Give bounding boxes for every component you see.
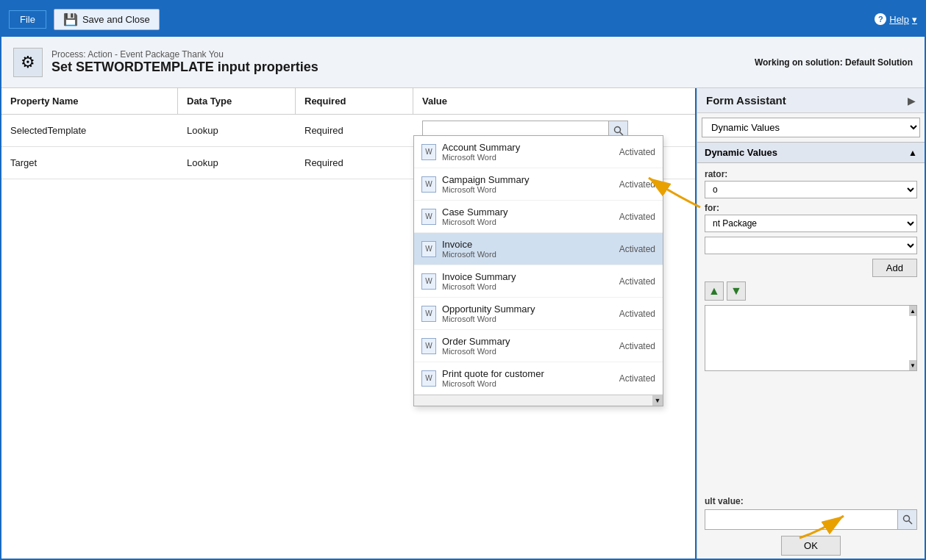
right-panel: Form Assistant ▶ Dynamic Values Dynamic … <box>697 88 925 560</box>
dropdown-item-3[interactable]: W Invoice Microsoft Word Activated <box>414 233 663 265</box>
operator-label: rator: <box>705 169 917 179</box>
default-lookup-button[interactable] <box>897 510 916 529</box>
header-text: Process: Action - Event Package Thank Yo… <box>51 49 318 75</box>
dropdown-item-5[interactable]: W Opportunity Summary Microsoft Word Act… <box>414 298 663 330</box>
save-close-button[interactable]: 💾 Save and Close <box>54 9 160 30</box>
td-datatype-1: Lookup <box>178 147 296 179</box>
dropdown-item-text-3: Invoice Microsoft Word <box>442 239 613 259</box>
dropdown-item-text-4: Invoice Summary Microsoft Word <box>442 271 613 291</box>
panel-list-box: ▲ ▼ <box>705 305 917 371</box>
ok-btn-row: OK <box>705 536 917 556</box>
td-datatype-0: Lookup <box>178 115 296 146</box>
table-row: SelectedTemplate Lookup Required <box>1 115 695 147</box>
header-area: ⚙ Process: Action - Event Package Thank … <box>1 37 925 88</box>
help-label: Help <box>889 14 909 25</box>
dropdown-list: W Account Summary Microsoft Word Activat… <box>413 135 663 406</box>
search-icon <box>613 126 624 136</box>
arrow-buttons: ▲ ▼ <box>705 281 917 301</box>
page-title: Set SETWORDTEMPLATE input properties <box>51 60 318 75</box>
dropdown-item-text-7: Print quote for customer Microsoft Word <box>442 368 613 388</box>
th-required: Required <box>296 88 413 114</box>
dropdown-item-text-1: Campaign Summary Microsoft Word <box>442 174 613 194</box>
up-arrow-icon: ▲ <box>708 284 720 298</box>
td-required-0: Required <box>296 115 413 146</box>
word-doc-icon-7: W <box>421 370 436 387</box>
working-solution: Working on solution: Default Solution <box>755 57 913 68</box>
move-up-button[interactable]: ▲ <box>705 281 724 301</box>
panel-dropdown-wrapper: Dynamic Values <box>702 118 920 137</box>
default-value-field[interactable] <box>705 511 897 528</box>
help-link[interactable]: ? Help ▾ <box>875 13 917 25</box>
panel-expand-button[interactable]: ▶ <box>908 95 916 107</box>
dropdown-item-7[interactable]: W Print quote for customer Microsoft Wor… <box>414 362 663 395</box>
form-assistant-select[interactable]: Dynamic Values <box>702 118 920 137</box>
svg-point-0 <box>614 126 620 132</box>
add-button[interactable]: Add <box>872 259 917 277</box>
td-property-1: Target <box>1 147 178 179</box>
save-close-label: Save and Close <box>82 14 150 25</box>
dropdown-item-0[interactable]: W Account Summary Microsoft Word Activat… <box>414 136 663 168</box>
dropdown-item-text-5: Opportunity Summary Microsoft Word <box>442 304 613 323</box>
panel-title: Form Assistant <box>706 94 786 107</box>
down-arrow-icon: ▼ <box>730 284 742 298</box>
help-chevron: ▾ <box>912 14 917 25</box>
dropdown-item-1[interactable]: W Campaign Summary Microsoft Word Activa… <box>414 168 663 201</box>
td-property-0: SelectedTemplate <box>1 115 178 146</box>
list-scroll-up[interactable]: ▲ <box>909 306 916 316</box>
table-header: Property Name Data Type Required Value <box>1 88 695 115</box>
th-datatype: Data Type <box>178 88 296 114</box>
dropdown-item-text-2: Case Summary Microsoft Word <box>442 207 613 226</box>
panel-header: Form Assistant ▶ <box>697 88 925 113</box>
dynamic-values-section: Dynamic Values ▲ <box>697 142 925 163</box>
default-value-input-wrapper <box>705 509 917 530</box>
word-doc-icon-5: W <box>421 306 436 322</box>
dynamic-values-label: Dynamic Values <box>705 147 777 158</box>
word-doc-icon-0: W <box>421 144 436 160</box>
gear-icon: ⚙ <box>13 48 43 77</box>
word-doc-icon-4: W <box>421 273 436 290</box>
dropdown-item-text-0: Account Summary Microsoft Word <box>442 142 613 162</box>
td-value-0: W Account Summary Microsoft Word Activat… <box>413 115 695 146</box>
move-down-button[interactable]: ▼ <box>727 281 746 301</box>
word-doc-icon-3: W <box>421 241 436 257</box>
help-icon: ? <box>875 13 886 25</box>
title-bar: File 💾 Save and Close ? Help ▾ <box>1 1 925 37</box>
th-value: Value <box>413 88 695 114</box>
th-property: Property Name <box>1 88 178 114</box>
svg-point-2 <box>903 516 909 522</box>
svg-line-3 <box>908 521 912 525</box>
dropdown-item-text-6: Order Summary Microsoft Word <box>442 336 613 356</box>
dropdown-item-6[interactable]: W Order Summary Microsoft Word Activated <box>414 330 663 362</box>
panel-footer: ult value: OK <box>697 490 925 560</box>
word-doc-icon-1: W <box>421 176 436 193</box>
list-scroll-down[interactable]: ▼ <box>909 360 916 370</box>
dropdown-item-4[interactable]: W Invoice Summary Microsoft Word Activat… <box>414 265 663 298</box>
dropdown-item-2[interactable]: W Case Summary Microsoft Word Activated <box>414 201 663 233</box>
collapse-button[interactable]: ▲ <box>908 148 917 158</box>
dropdown-scroll-down-btn[interactable]: ▼ <box>652 395 663 406</box>
svg-line-1 <box>619 132 623 135</box>
td-required-1: Required <box>296 147 413 179</box>
for-select[interactable]: nt Package <box>705 215 917 232</box>
operator-select[interactable]: o <box>705 181 917 198</box>
default-value-label: ult value: <box>705 496 917 506</box>
file-button[interactable]: File <box>9 10 46 29</box>
word-doc-icon-2: W <box>421 209 436 225</box>
search-icon-small <box>902 514 913 525</box>
word-doc-icon-6: W <box>421 338 436 354</box>
main-layout: Property Name Data Type Required Value S… <box>1 88 925 560</box>
header-subtitle: Process: Action - Event Package Thank Yo… <box>51 49 318 60</box>
panel-content: rator: o for: nt Package Add ▲ <box>697 163 925 490</box>
for-label: for: <box>705 203 917 213</box>
ok-button[interactable]: OK <box>781 536 841 556</box>
extra-select[interactable] <box>705 237 917 254</box>
header-left: ⚙ Process: Action - Event Package Thank … <box>13 48 318 77</box>
left-content: Property Name Data Type Required Value S… <box>1 88 697 560</box>
